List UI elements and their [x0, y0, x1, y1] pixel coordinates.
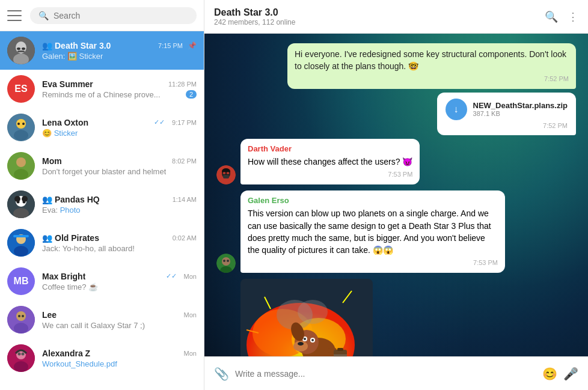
chat-preview: Galen: 🖼️ Sticker: [42, 52, 103, 61]
file-message-bubble: ↓ NEW_DeathStar.plans.zip 387.1 KB 7:52 …: [437, 93, 576, 135]
svg-point-12: [16, 157, 26, 167]
chat-item-old-pirates[interactable]: 👥 Old Pirates 0:02 AM Jack: Yo-ho-ho, al…: [0, 224, 204, 262]
file-info: NEW_DeathStar.plans.zip 387.1 KB: [473, 101, 568, 117]
microphone-icon[interactable]: 🎤: [563, 367, 578, 381]
message-text: How will these changes affect the users?…: [248, 157, 412, 166]
chat-preview: Eva: Photo: [42, 206, 81, 215]
file-size: 387.1 KB: [473, 110, 568, 117]
message-time: 7:53 PM: [248, 258, 498, 268]
svg-point-26: [16, 311, 26, 321]
avatar-darth: [216, 165, 236, 184]
chat-preview: Don't forget your blaster and helmet: [42, 167, 166, 176]
chat-top: Mom 8:02 PM: [42, 156, 197, 166]
attach-icon[interactable]: 📎: [214, 367, 229, 381]
chat-top: Lena Oxton ✓✓ 9:17 PM: [42, 118, 197, 127]
more-options-icon[interactable]: ⋮: [568, 10, 578, 23]
file-name: NEW_DeathStar.plans.zip: [473, 101, 568, 110]
unread-badge: 2: [186, 90, 197, 99]
chat-list: 👥 Death Star 3.0 7:15 PM 📌 Galen: 🖼️ Sti…: [0, 31, 204, 390]
chat-item-death-star[interactable]: 👥 Death Star 3.0 7:15 PM 📌 Galen: 🖼️ Sti…: [0, 31, 204, 70]
chat-top: 👥 Old Pirates 0:02 AM: [42, 233, 197, 243]
chat-item-alexandra-z[interactable]: Alexandra Z Mon Workout_Shedule.pdf: [0, 339, 204, 377]
chat-item-pandas-hq[interactable]: 👥 Pandas HQ 1:14 AM Eva: Photo: [0, 185, 204, 224]
chat-content: Lee Mon We can call it Galaxy Star 7 ;): [42, 310, 197, 330]
svg-rect-5: [17, 50, 25, 52]
search-box[interactable]: 🔍: [30, 7, 197, 24]
avatar: [7, 114, 35, 141]
chat-time: 8:02 PM: [172, 157, 197, 165]
chat-preview: Jack: Yo-ho-ho, all aboard!: [42, 244, 135, 253]
svg-point-62: [311, 339, 314, 341]
message-time: 7:52 PM: [446, 122, 568, 129]
chat-bottom: Jack: Yo-ho-ho, all aboard!: [42, 244, 197, 253]
group-icon: 👥: [42, 41, 52, 50]
chat-panel: Death Star 3.0 242 members, 112 online 🔍…: [204, 0, 588, 390]
pin-icon: 📌: [188, 41, 197, 50]
avatar: ES: [7, 75, 35, 103]
avatar: [7, 190, 35, 218]
message-bubble-galen: Galen Erso This version can blow up two …: [240, 190, 505, 273]
avatar: [7, 344, 35, 372]
chat-name: Max Bright: [42, 272, 85, 281]
group-icon: 👥: [42, 233, 52, 243]
chat-name: Lee: [42, 310, 57, 320]
chat-time: 9:17 PM: [172, 119, 197, 126]
chat-item-max-bright[interactable]: MB Max Bright ✓✓ Mon Coffee time? ☕: [0, 262, 204, 300]
chat-preview: Workout_Shedule.pdf: [42, 359, 117, 368]
chat-item-eva-summer[interactable]: ES Eva Summer 11:28 PM Reminds me of a C…: [0, 70, 204, 108]
hamburger-menu-icon[interactable]: [7, 10, 22, 21]
svg-point-40: [227, 172, 230, 174]
svg-point-34: [22, 353, 25, 356]
chat-content: 👥 Old Pirates 0:02 AM Jack: Yo-ho-ho, al…: [42, 233, 197, 253]
message-row-galen: Galen Erso This version can blow up two …: [216, 190, 576, 273]
svg-point-29: [22, 315, 24, 317]
svg-point-44: [223, 260, 225, 262]
svg-point-8: [14, 130, 28, 141]
chat-top: Alexandra Z Mon: [42, 349, 197, 358]
chat-time: 11:28 PM: [168, 81, 197, 88]
search-input[interactable]: [54, 11, 188, 20]
chat-header-sub: 242 members, 112 online: [214, 18, 545, 26]
sidebar: 🔍 👥 Death: [0, 0, 204, 390]
chat-header: Death Star 3.0 242 members, 112 online 🔍…: [204, 0, 588, 34]
chat-content: Alexandra Z Mon Workout_Shedule.pdf: [42, 349, 197, 368]
message-time: 7:53 PM: [248, 170, 412, 180]
chat-top: Eva Summer 11:28 PM: [42, 79, 197, 89]
chat-header-info: Death Star 3.0 242 members, 112 online: [214, 7, 545, 26]
read-ticks-icon: ✓✓: [154, 118, 165, 126]
avatar: [7, 229, 35, 257]
svg-point-24: [14, 246, 28, 257]
chat-preview: Coffee time? ☕: [42, 282, 98, 291]
avatar: [7, 306, 35, 334]
chat-time: Mon: [184, 311, 197, 318]
message-text: Hi everyone. I've redesigned some key st…: [295, 49, 566, 71]
chat-preview: 😊 Sticker: [42, 129, 78, 138]
chat-bottom: Galen: 🖼️ Sticker: [42, 52, 197, 61]
svg-point-32: [14, 361, 28, 372]
chat-content: Mom 8:02 PM Don't forget your blaster an…: [42, 156, 197, 176]
chat-bottom: Workout_Shedule.pdf: [42, 359, 197, 368]
messages-area: Hi everyone. I've redesigned some key st…: [204, 34, 588, 356]
emoji-icon[interactable]: 😊: [542, 367, 557, 381]
chat-header-icons: 🔍 ⋮: [545, 10, 578, 23]
svg-point-3: [17, 47, 20, 50]
message-row-sticker: [216, 279, 576, 356]
chat-time: Mon: [184, 273, 197, 280]
chat-name: Alexandra Z: [42, 349, 90, 358]
chat-top: Max Bright ✓✓ Mon: [42, 272, 197, 281]
message-text: This version can blow up two planets on …: [248, 209, 491, 255]
message-row-darth: Darth Vader How will these changes affec…: [216, 139, 576, 184]
sender-name: Galen Erso: [248, 195, 498, 207]
svg-point-18: [17, 201, 20, 204]
chat-item-lena-oxton[interactable]: Lena Oxton ✓✓ 9:17 PM 😊 Sticker: [0, 108, 204, 147]
chat-item-lee[interactable]: Lee Mon We can call it Galaxy Star 7 ;): [0, 300, 204, 339]
svg-point-45: [227, 260, 229, 262]
message-input[interactable]: [235, 369, 536, 379]
group-icon: 👥: [42, 195, 52, 204]
svg-point-58: [298, 342, 304, 346]
chat-item-mom[interactable]: Mom 8:02 PM Don't forget your blaster an…: [0, 147, 204, 185]
svg-point-39: [223, 172, 226, 174]
avatar-galen: [216, 254, 236, 273]
search-chat-icon[interactable]: 🔍: [545, 10, 558, 23]
svg-point-54: [298, 300, 328, 324]
